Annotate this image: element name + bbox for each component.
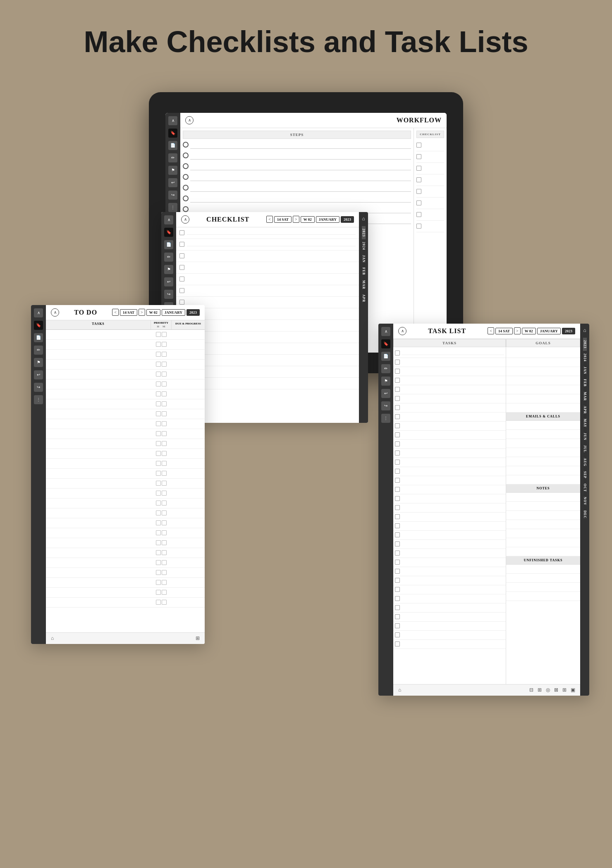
cl-month-feb[interactable]: FEB [362, 265, 366, 278]
prio-m-22[interactable] [162, 540, 167, 545]
todo-week[interactable]: W 02 [146, 309, 160, 316]
tl-check-9[interactable] [395, 423, 400, 428]
tl-rs-2024[interactable]: 2024 [583, 351, 587, 364]
cl-prev[interactable]: < [266, 216, 273, 223]
prio-m-12[interactable] [162, 441, 167, 446]
tl-check-5[interactable] [395, 387, 400, 392]
tl-rs-nov[interactable]: NOV [583, 494, 587, 508]
prio-h-2[interactable] [156, 342, 161, 347]
tl-month[interactable]: JANUARY [537, 328, 561, 334]
tl-week[interactable]: W 02 [522, 328, 536, 334]
todo-sidebar-redo[interactable]: ↪ [34, 383, 43, 392]
tl-check-24[interactable] [395, 560, 400, 565]
checkbox-7[interactable] [416, 212, 421, 217]
prio-h-23[interactable] [156, 550, 161, 555]
prio-m-19[interactable] [162, 510, 167, 515]
prio-h-25[interactable] [156, 570, 161, 575]
tl-rs-2023[interactable]: 2023 [583, 338, 587, 351]
tl-check-1[interactable] [395, 351, 400, 355]
prio-m-2[interactable] [162, 342, 167, 347]
cl-sidebar-undo[interactable]: ↩ [164, 277, 173, 286]
tl-check-6[interactable] [395, 396, 400, 401]
tl-icon-5[interactable]: ⊞ [562, 687, 567, 693]
checkbox-1[interactable] [416, 143, 421, 148]
cl-check-1[interactable] [179, 230, 184, 235]
cl-day[interactable]: 14 SAT [274, 216, 292, 223]
todo-sidebar-page[interactable]: 📄 [34, 333, 43, 342]
tl-sidebar-pencil[interactable]: ✏ [381, 364, 390, 373]
todo-sidebar-pencil[interactable]: ✏ [34, 346, 43, 355]
cl-year-2023[interactable]: 2023 [362, 226, 366, 239]
cl-year[interactable]: 2023 [341, 216, 354, 223]
tl-check-17[interactable] [395, 496, 400, 501]
prio-h-10[interactable] [156, 421, 161, 426]
tl-sidebar-flag[interactable]: ⚑ [381, 377, 390, 386]
cl-home-icon[interactable]: ⌂ [360, 215, 367, 223]
cl-year-2024[interactable]: 2024 [362, 239, 366, 253]
tl-sidebar-undo[interactable]: ↩ [381, 389, 390, 398]
tl-rs-aug[interactable]: AUG [583, 455, 587, 469]
cl-check-3[interactable] [179, 253, 184, 258]
checkbox-5[interactable] [416, 189, 421, 194]
cl-next[interactable]: > [293, 216, 299, 223]
todo-grid-icon[interactable]: ⊞ [196, 635, 200, 641]
tl-rs-feb[interactable]: FEB [583, 377, 587, 389]
checkbox-2[interactable] [416, 154, 421, 159]
prio-m-14[interactable] [162, 461, 167, 466]
tl-check-2[interactable] [395, 360, 400, 365]
tl-check-33[interactable] [395, 641, 400, 646]
prio-h-24[interactable] [156, 560, 161, 565]
tl-check-7[interactable] [395, 405, 400, 410]
tl-rs-apr[interactable]: APR [583, 403, 587, 416]
sidebar-undo-icon[interactable]: ↩ [168, 178, 177, 187]
tl-icon-1[interactable]: ⊟ [529, 687, 533, 693]
prio-h-15[interactable] [156, 471, 161, 476]
tl-rs-jan[interactable]: JAN [583, 364, 587, 377]
prio-m-1[interactable] [162, 332, 167, 337]
tl-check-10[interactable] [395, 432, 400, 437]
sidebar-flag-icon[interactable]: ⚑ [168, 166, 177, 175]
tl-check-21[interactable] [395, 532, 400, 537]
tl-rs-dec[interactable]: DEC [583, 508, 587, 521]
prio-m-26[interactable] [162, 580, 167, 585]
tl-check-23[interactable] [395, 551, 400, 556]
todo-sidebar-undo[interactable]: ↩ [34, 370, 43, 379]
prio-h-3[interactable] [156, 352, 161, 357]
prio-m-7[interactable] [162, 391, 167, 396]
tl-rs-home[interactable]: ⌂ [581, 327, 588, 334]
prio-h-14[interactable] [156, 461, 161, 466]
tl-sidebar-more[interactable]: ⋮ [381, 414, 390, 423]
sidebar-more-icon[interactable]: ⋮ [168, 203, 177, 212]
prio-m-5[interactable] [162, 372, 167, 377]
prio-h-18[interactable] [156, 501, 161, 506]
sidebar-pencil-icon[interactable]: ✏ [168, 153, 177, 162]
todo-sidebar-flag[interactable]: ⚑ [34, 358, 43, 367]
prio-m-28[interactable] [162, 600, 167, 605]
checkbox-4[interactable] [416, 177, 421, 182]
tl-sidebar-redo[interactable]: ↪ [381, 401, 390, 410]
cl-sidebar-flag[interactable]: ⚑ [164, 265, 173, 274]
tl-check-4[interactable] [395, 378, 400, 383]
prio-h-5[interactable] [156, 372, 161, 377]
prio-h-17[interactable] [156, 491, 161, 496]
prio-h-6[interactable] [156, 382, 161, 386]
cl-header-chevron[interactable]: ∧ [181, 215, 189, 224]
todo-header-chevron[interactable]: ∧ [51, 308, 59, 317]
cl-check-4[interactable] [179, 265, 184, 270]
cl-week[interactable]: W 02 [301, 216, 315, 223]
checkbox-3[interactable] [416, 166, 421, 171]
tl-rs-oct[interactable]: OCT [583, 481, 587, 494]
cl-check-6[interactable] [179, 288, 184, 293]
sidebar-bookmark-icon[interactable]: 🔖 [168, 129, 177, 138]
prio-h-26[interactable] [156, 580, 161, 585]
tl-check-11[interactable] [395, 441, 400, 446]
tl-icon-3[interactable]: ◎ [546, 687, 550, 693]
tl-check-13[interactable] [395, 460, 400, 465]
tl-check-29[interactable] [395, 605, 400, 610]
todo-home-icon[interactable]: ⌂ [51, 635, 54, 641]
tl-icon-4[interactable]: ⊠ [554, 687, 558, 693]
tl-check-26[interactable] [395, 578, 400, 583]
tl-check-16[interactable] [395, 487, 400, 492]
prio-m-15[interactable] [162, 471, 167, 476]
prio-h-19[interactable] [156, 510, 161, 515]
